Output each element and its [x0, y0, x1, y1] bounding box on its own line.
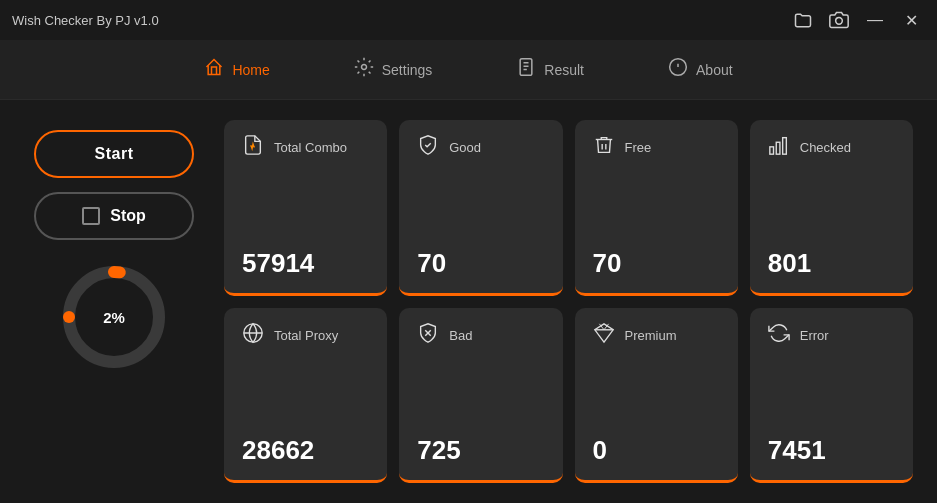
stat-value-good: 70 — [417, 248, 544, 279]
stat-header-total-proxy: Total Proxy — [242, 322, 369, 349]
nav-settings[interactable]: Settings — [342, 49, 445, 90]
folder-icon[interactable] — [789, 6, 817, 34]
nav-settings-label: Settings — [382, 62, 433, 78]
stat-header-total-combo: Total Combo — [242, 134, 369, 161]
stat-card-free: Free 70 — [575, 120, 738, 296]
svg-rect-7 — [770, 147, 774, 154]
stat-card-bad: Bad 725 — [399, 308, 562, 484]
progress-percent: 2% — [103, 309, 125, 326]
diamond-icon — [593, 322, 615, 349]
stats-grid: Total Combo 57914 Good 70 — [224, 120, 913, 483]
settings-icon — [354, 57, 374, 82]
bar-chart-icon — [768, 134, 790, 161]
stat-card-premium: Premium 0 — [575, 308, 738, 484]
nav-result[interactable]: Result — [504, 49, 596, 90]
stat-card-error: Error 7451 — [750, 308, 913, 484]
stat-card-good: Good 70 — [399, 120, 562, 296]
svg-point-1 — [361, 65, 366, 70]
stat-label-checked: Checked — [800, 140, 851, 155]
stat-card-total-proxy: Total Proxy 28662 — [224, 308, 387, 484]
progress-donut: 2% — [59, 262, 169, 372]
stop-button[interactable]: Stop — [34, 192, 194, 240]
shield-check-icon — [417, 134, 439, 161]
stat-value-premium: 0 — [593, 435, 720, 466]
stat-header-good: Good — [417, 134, 544, 161]
shield-x-icon — [417, 322, 439, 349]
nav-home[interactable]: Home — [192, 49, 281, 90]
svg-marker-13 — [594, 323, 612, 341]
trash-icon — [593, 134, 615, 161]
stat-label-premium: Premium — [625, 328, 677, 343]
title-bar-controls: — ✕ — [789, 6, 925, 34]
left-panel: Start Stop 2% — [24, 120, 204, 483]
nav-about-label: About — [696, 62, 733, 78]
svg-rect-8 — [776, 142, 780, 154]
stat-header-bad: Bad — [417, 322, 544, 349]
home-icon — [204, 57, 224, 82]
refresh-icon — [768, 322, 790, 349]
stat-value-total-combo: 57914 — [242, 248, 369, 279]
stat-label-good: Good — [449, 140, 481, 155]
stat-value-total-proxy: 28662 — [242, 435, 369, 466]
svg-point-6 — [63, 311, 75, 323]
app-title: Wish Checker By PJ v1.0 — [12, 13, 159, 28]
about-icon — [668, 57, 688, 82]
stat-header-free: Free — [593, 134, 720, 161]
stat-value-error: 7451 — [768, 435, 895, 466]
stat-label-bad: Bad — [449, 328, 472, 343]
svg-rect-2 — [520, 59, 532, 76]
main-content: Start Stop 2% — [0, 100, 937, 503]
stat-header-error: Error — [768, 322, 895, 349]
nav-home-label: Home — [232, 62, 269, 78]
stat-value-bad: 725 — [417, 435, 544, 466]
stat-card-total-combo: Total Combo 57914 — [224, 120, 387, 296]
nav-about[interactable]: About — [656, 49, 745, 90]
stat-label-free: Free — [625, 140, 652, 155]
close-button[interactable]: ✕ — [897, 6, 925, 34]
svg-point-0 — [836, 18, 843, 25]
stop-icon — [82, 207, 100, 225]
nav-result-label: Result — [544, 62, 584, 78]
stat-label-total-proxy: Total Proxy — [274, 328, 338, 343]
stat-card-checked: Checked 801 — [750, 120, 913, 296]
stat-value-checked: 801 — [768, 248, 895, 279]
title-bar: Wish Checker By PJ v1.0 — ✕ — [0, 0, 937, 40]
svg-rect-9 — [782, 138, 786, 155]
stat-header-premium: Premium — [593, 322, 720, 349]
stat-label-total-combo: Total Combo — [274, 140, 347, 155]
file-icon — [242, 134, 264, 161]
stop-label: Stop — [110, 207, 146, 225]
minimize-button[interactable]: — — [861, 6, 889, 34]
nav-bar: Home Settings Result About — [0, 40, 937, 100]
stat-header-checked: Checked — [768, 134, 895, 161]
globe-icon — [242, 322, 264, 349]
result-icon — [516, 57, 536, 82]
stat-label-error: Error — [800, 328, 829, 343]
stat-value-free: 70 — [593, 248, 720, 279]
start-button[interactable]: Start — [34, 130, 194, 178]
camera-icon[interactable] — [825, 6, 853, 34]
